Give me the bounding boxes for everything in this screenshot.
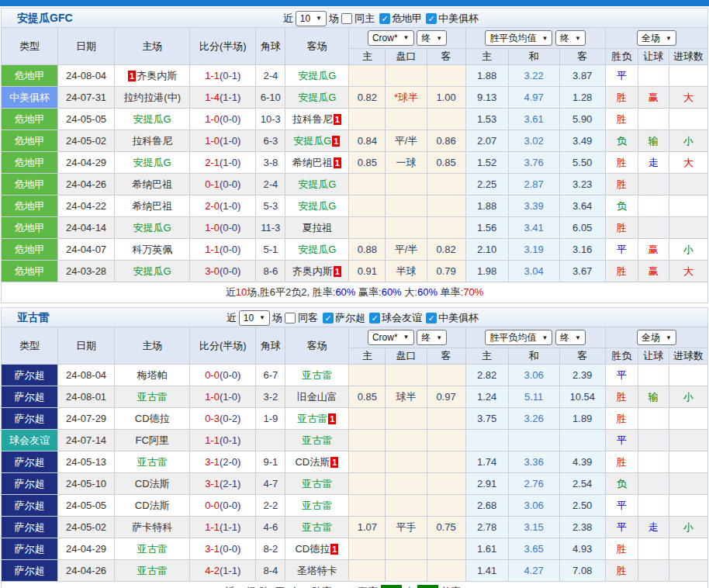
goals-result-cell	[669, 451, 707, 473]
handicap-result-cell	[638, 430, 669, 451]
summary-token: 60%	[382, 286, 402, 298]
odds-line-cell	[386, 408, 427, 430]
team-name: 安提瓜G	[298, 244, 336, 255]
score-cell: 0-0(0-0)	[190, 495, 256, 517]
avg-type-select[interactable]: 胜平负均值▼	[485, 330, 552, 345]
score-cell: 3-0(0-0)	[190, 261, 256, 282]
corner-cell: 5-3	[256, 195, 285, 217]
avg-home-cell: 2.10	[465, 239, 508, 261]
same-venue-checkbox[interactable]	[341, 13, 352, 24]
top-divider-bar	[0, 0, 709, 6]
bookmaker-select[interactable]: Crow*▼	[368, 330, 414, 345]
match-row: 危地甲24-04-07科万英佩1-1(0-0)5-1安提瓜G0.88平/半0.8…	[2, 239, 708, 261]
odds-home-cell	[349, 109, 386, 130]
avg-home-cell: 1.61	[465, 538, 508, 560]
handicap-result-cell	[638, 365, 669, 386]
date-cell: 24-07-29	[58, 408, 115, 430]
summary-token: 0%	[381, 585, 402, 588]
home-team-cell: 安提瓜G	[115, 261, 190, 282]
league-filters: ✓危地甲✓中美俱杯	[379, 12, 481, 26]
home-team-cell: 亚古雷	[115, 386, 190, 408]
score-cell: 1-1(0-1)	[190, 430, 256, 451]
result-cell: 负	[605, 130, 638, 152]
col-header-corner: 角球	[256, 28, 285, 65]
match-row: 萨尔超24-05-02萨卡特科1-1(1-1)4-6亚古雷1.07平手0.752…	[2, 517, 708, 538]
home-team-cell: 亚古雷	[115, 451, 190, 473]
team-name: 希纳巴祖	[132, 178, 172, 190]
fulltime-score: 0-0	[205, 369, 220, 381]
result-cell: 胜	[605, 538, 638, 560]
odds-away-cell	[427, 495, 465, 517]
result-cell: 胜	[605, 386, 638, 408]
match-count-select[interactable]: 10▼	[296, 11, 327, 26]
away-team-cell: 圣塔特卡	[285, 560, 349, 582]
sub-header-goals: 进球数	[669, 348, 707, 365]
avg-away-cell: 3.23	[559, 174, 605, 195]
match-row: 危地甲24-08-041齐奥内斯1-1(0-1)2-4安提瓜G1.883.223…	[2, 65, 708, 87]
chevron-down-icon: ▼	[436, 334, 442, 341]
goals-result-cell	[669, 408, 707, 430]
away-team-cell: 亚古雷	[285, 517, 349, 538]
result-cell: 胜	[605, 174, 638, 195]
fulltime-score: 1-4	[205, 92, 220, 103]
away-team-cell: 安提瓜G	[285, 65, 349, 87]
avg-stage-select[interactable]: 终▼	[555, 330, 586, 345]
scope-select[interactable]: 全场▼	[637, 30, 676, 46]
sub-header-odds-home: 主	[349, 49, 386, 65]
home-team-cell: 亚古雷	[115, 560, 190, 582]
home-team-cell: 梅塔帕	[115, 365, 190, 386]
date-cell: 24-05-02	[58, 517, 115, 538]
odds-line-cell	[386, 65, 427, 87]
avg-away-cell: 2.50	[559, 495, 605, 517]
odds-away-cell	[427, 473, 465, 495]
league-checkbox[interactable]: ✓	[426, 313, 437, 323]
col-header-corner: 角球	[256, 327, 285, 365]
halftime-score: (0-0)	[220, 113, 240, 125]
league-checkbox[interactable]: ✓	[323, 313, 334, 323]
odds-away-cell	[427, 217, 465, 239]
avg-away-cell: 1.28	[559, 87, 605, 109]
corner-cell: 3-8	[256, 152, 285, 174]
odds-home-cell: 0.85	[349, 386, 386, 408]
sub-header-goals: 进球数	[669, 49, 707, 65]
col-header-type: 类型	[2, 28, 58, 65]
odds-away-cell: 0.97	[427, 386, 465, 408]
avg-type-select[interactable]: 胜平负均值▼	[485, 30, 552, 46]
scope-select[interactable]: 全场▼	[637, 330, 676, 345]
team-name: 旧金山富	[297, 391, 337, 403]
sub-header-handicap: 让球	[638, 49, 669, 65]
rank-badge: 1	[334, 157, 341, 168]
league-checkbox[interactable]: ✓	[426, 13, 437, 24]
odds-away-cell	[427, 451, 465, 473]
odds-stage-select[interactable]: 终▼	[417, 330, 447, 345]
odds-away-cell: 0.85	[427, 152, 465, 174]
match-count-select[interactable]: 10▼	[239, 310, 270, 326]
col-header-score: 比分(半场)	[190, 28, 256, 65]
away-team-cell: 亚古雷1	[285, 408, 349, 430]
avg-stage-select[interactable]: 终▼	[555, 30, 586, 46]
result-cell: 胜	[605, 560, 638, 582]
score-cell: 1-4(1-1)	[190, 87, 256, 109]
same-venue-label: 同客	[298, 311, 318, 325]
chevron-down-icon: ▼	[575, 35, 581, 42]
away-team-cell: 亚古雷	[285, 430, 349, 451]
near-label: 近	[227, 311, 237, 325]
team-name: CD德拉	[135, 413, 170, 424]
match-row: 中美俱杯24-07-31拉约拉港(中)1-4(1-1)6-10安提瓜G0.82*…	[2, 87, 708, 109]
same-venue-checkbox[interactable]	[285, 313, 296, 323]
match-row: 萨尔超24-04-26亚古雷4-2(1-1)8-4圣塔特卡1.414.277.0…	[2, 560, 708, 582]
goals-result-cell	[669, 473, 707, 495]
goals-result-cell	[669, 430, 707, 451]
odds-away-cell: 0.82	[427, 239, 465, 261]
bookmaker-select[interactable]: Crow*▼	[368, 30, 414, 46]
chevron-down-icon: ▼	[403, 334, 410, 341]
league-checkbox[interactable]: ✓	[369, 313, 380, 323]
match-row: 危地甲24-04-26希纳巴祖0-1(0-0)2-4安提瓜G2.252.873.…	[2, 174, 708, 195]
league-checkbox[interactable]: ✓	[379, 13, 390, 24]
halftime-score: (0-0)	[220, 543, 240, 555]
avg-away-cell: 6.05	[559, 217, 605, 239]
odds-stage-select[interactable]: 终▼	[417, 30, 447, 46]
avg-away-cell: 5.50	[559, 152, 605, 174]
avg-home-cell: 2.68	[465, 495, 508, 517]
odds-home-cell	[349, 408, 386, 430]
